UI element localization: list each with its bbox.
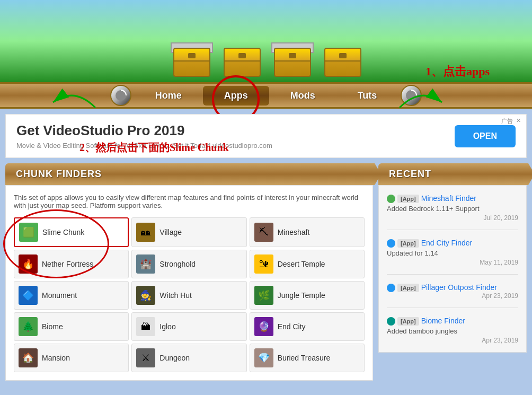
app-icon-jungle-temple: 🌿 <box>254 286 273 305</box>
nav-mods[interactable]: Mods <box>269 86 336 106</box>
recent-icon-2 <box>387 284 395 292</box>
app-icon-biome: 🌲 <box>19 317 38 336</box>
app-item-biome[interactable]: 🌲Biome <box>14 312 129 341</box>
recent-badge-2: [App] <box>397 284 419 292</box>
app-label-monument: Monument <box>42 291 77 300</box>
nav-home[interactable]: Home <box>134 86 203 106</box>
app-label-igloo: Igloo <box>159 322 175 331</box>
app-icon-end-city: 🔮 <box>254 317 273 336</box>
recent-date-3: Apr 23, 2019 <box>387 337 518 344</box>
app-label-jungle-temple: Jungle Temple <box>278 291 325 300</box>
ad-open-button[interactable]: OPEN <box>455 125 516 147</box>
app-item-stronghold[interactable]: 🏰Stronghold <box>131 250 246 278</box>
main-content: CHUNK FINDERS This set of apps allows yo… <box>0 163 532 386</box>
hero-section: 1、点击apps <box>0 0 532 82</box>
recent-item-header-2: [App]Pillager Outpost Finder <box>387 283 518 292</box>
app-icon-mansion: 🏠 <box>19 348 38 367</box>
app-item-mansion[interactable]: 🏠Mansion <box>14 344 129 372</box>
app-icon-dungeon: ⚔ <box>136 348 155 367</box>
recent-item-3: [App]Biome FinderAdded bamboo junglesApr… <box>387 316 518 344</box>
app-icon-buried-treasure: 💎 <box>254 348 273 367</box>
recent-item-header-1: [App]End City Finder <box>387 238 518 248</box>
app-item-jungle-temple[interactable]: 🌿Jungle Temple <box>250 281 365 310</box>
chest-3 <box>274 48 311 77</box>
app-grid: 🟩Slime Chunk🏘Village⛏Mineshaft🔥Nether Fo… <box>14 217 365 372</box>
recent-desc-3: Added bamboo jungles <box>387 327 518 335</box>
app-item-buried-treasure[interactable]: 💎Buried Treasure <box>250 344 365 372</box>
recent-link-0[interactable]: Mineshaft Finder <box>421 194 476 203</box>
app-label-nether-fortress: Nether Fortress <box>42 260 93 268</box>
chunk-finders-desc: This set of apps allows you to easily vi… <box>14 194 365 209</box>
app-icon-slime-chunk: 🟩 <box>19 223 38 242</box>
app-item-village[interactable]: 🏘Village <box>131 217 246 247</box>
recent-item-header-3: [App]Biome Finder <box>387 316 518 326</box>
app-item-nether-fortress[interactable]: 🔥Nether Fortress <box>14 250 129 278</box>
chest-group-3 <box>271 42 314 77</box>
app-label-mineshaft: Mineshaft <box>278 228 310 236</box>
app-item-monument[interactable]: 🔷Monument <box>14 281 129 310</box>
chunk-finders-header: CHUNK FINDERS <box>5 163 373 185</box>
app-icon-village: 🏘 <box>136 223 155 242</box>
app-icon-igloo: 🏔 <box>136 317 155 336</box>
recent-date-0: Jul 20, 2019 <box>387 214 518 222</box>
recent-icon-1 <box>387 239 395 248</box>
nav-tuts[interactable]: Tuts <box>336 86 398 106</box>
app-label-slime-chunk: Slime Chunk <box>42 228 84 236</box>
ad-title: Get VideoStudio Pro 2019 <box>16 122 272 139</box>
app-icon-monument: 🔷 <box>19 286 38 305</box>
chest-group-1 <box>171 42 213 77</box>
recent-content: [App]Mineshaft FinderAdded Bedrock 1.11+… <box>378 185 527 353</box>
recent-icon-3 <box>387 317 395 326</box>
app-label-end-city: End City <box>278 322 306 331</box>
chunk-finders-content: This set of apps allows you to easily vi… <box>5 185 373 381</box>
ad-close[interactable]: ✕ <box>516 117 521 124</box>
recent-link-2[interactable]: Pillager Outpost Finder <box>421 283 497 292</box>
app-item-desert-temple[interactable]: 🏜Desert Temple <box>250 250 365 278</box>
recent-date-1: May 11, 2019 <box>387 259 518 266</box>
recent-badge-0: [App] <box>397 195 419 203</box>
app-icon-nether-fortress: 🔥 <box>19 254 38 274</box>
app-item-witch-hut[interactable]: 🧙Witch Hut <box>131 281 246 310</box>
app-icon-stronghold: 🏰 <box>136 254 155 274</box>
app-icon-witch-hut: 🧙 <box>136 286 155 305</box>
recent-date-2: Apr 23, 2019 <box>387 292 518 300</box>
recent-item-header-0: [App]Mineshaft Finder <box>387 194 518 203</box>
app-item-end-city[interactable]: 🔮End City <box>250 312 365 341</box>
app-label-village: Village <box>159 228 182 236</box>
nav-apps[interactable]: Apps <box>203 86 269 106</box>
recent-item-1: [App]End City FinderUpdated for 1.14May … <box>387 238 518 275</box>
recent-icon-0 <box>387 195 395 203</box>
annotation-2: 2、然后点击下面的Slime Chunk <box>79 141 229 155</box>
recent-item-0: [App]Mineshaft FinderAdded Bedrock 1.11+… <box>387 194 518 230</box>
app-grid-container: 🟩Slime Chunk🏘Village⛏Mineshaft🔥Nether Fo… <box>14 217 365 372</box>
recent-link-1[interactable]: End City Finder <box>421 239 472 247</box>
ad-label: 广告 <box>501 117 513 125</box>
chest-1 <box>173 48 210 77</box>
app-label-stronghold: Stronghold <box>159 260 196 268</box>
recent-desc-1: Updated for 1.14 <box>387 249 518 257</box>
app-label-buried-treasure: Buried Treasure <box>278 354 331 362</box>
app-label-witch-hut: Witch Hut <box>159 291 192 300</box>
app-label-mansion: Mansion <box>42 354 70 362</box>
app-label-desert-temple: Desert Temple <box>278 260 325 268</box>
recent-badge-1: [App] <box>397 239 419 248</box>
navbar: Home Apps Mods Tuts <box>0 82 532 109</box>
nav-apps-label: Apps <box>224 90 248 101</box>
recent-link-3[interactable]: Biome Finder <box>421 317 465 325</box>
app-item-dungeon[interactable]: ⚔Dungeon <box>131 344 246 372</box>
recent-badge-3: [App] <box>397 317 419 326</box>
app-label-biome: Biome <box>42 322 63 331</box>
app-item-mineshaft[interactable]: ⛏Mineshaft <box>250 217 365 247</box>
nav-logo-left <box>110 85 131 106</box>
recent-item-2: [App]Pillager Outpost FinderApr 23, 2019 <box>387 283 518 308</box>
app-label-dungeon: Dungeon <box>159 354 190 362</box>
chunk-finders-panel: CHUNK FINDERS This set of apps allows yo… <box>5 163 373 381</box>
app-item-slime-chunk[interactable]: 🟩Slime Chunk <box>14 217 129 247</box>
nav-logo-right <box>401 85 422 106</box>
app-item-igloo[interactable]: 🏔Igloo <box>131 312 246 341</box>
recent-header: RECENT <box>378 163 527 185</box>
recent-panel: RECENT [App]Mineshaft FinderAdded Bedroc… <box>378 163 527 381</box>
chest-4 <box>324 48 361 77</box>
app-icon-desert-temple: 🏜 <box>254 254 273 274</box>
recent-desc-0: Added Bedrock 1.11+ Support <box>387 205 518 213</box>
